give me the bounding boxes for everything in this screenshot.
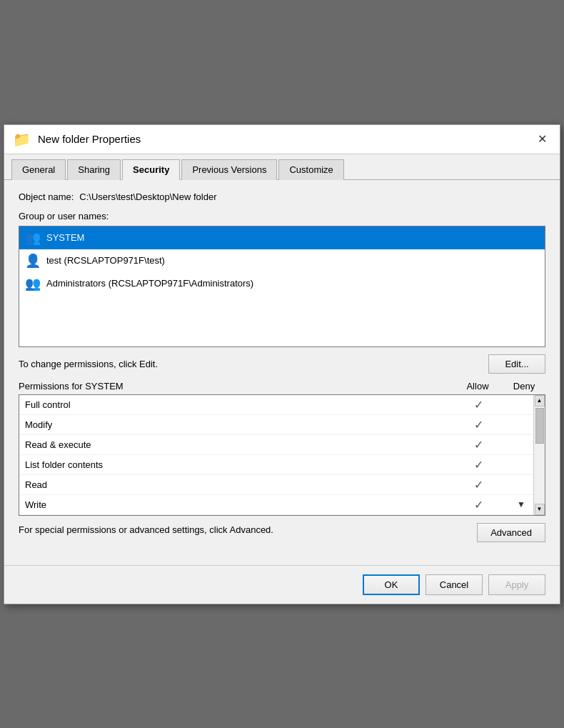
title-bar: 📁 New folder Properties ✕	[4, 125, 560, 154]
perm-name: Write	[25, 499, 453, 510]
ok-button[interactable]: OK	[363, 574, 420, 595]
scroll-down-button[interactable]: ▼	[535, 504, 545, 515]
perm-row-full-control: Full control ✓	[19, 395, 545, 415]
object-name-value: C:\Users\test\Desktop\New folder	[79, 191, 216, 202]
edit-button[interactable]: Edit...	[488, 354, 545, 374]
advanced-row: For special permissions or advanced sett…	[19, 523, 545, 542]
properties-dialog: 📁 New folder Properties ✕ General Sharin…	[4, 124, 560, 604]
list-item-label: test (RCSLAPTOP971F\test)	[46, 255, 165, 266]
scroll-thumb[interactable]	[535, 408, 544, 444]
object-name-row: Object name: C:\Users\test\Desktop\New f…	[19, 191, 545, 202]
perm-name: List folder contents	[25, 459, 453, 470]
perm-name: Read	[25, 479, 453, 490]
allow-check-modify: ✓	[453, 418, 503, 432]
list-item[interactable]: 👥 Administrators (RCSLAPTOP971F\Administ…	[19, 272, 545, 295]
tab-security[interactable]: Security	[122, 159, 180, 180]
list-item-label: Administrators (RCSLAPTOP971F\Administra…	[46, 278, 253, 289]
perm-name: Full control	[25, 399, 453, 410]
tab-customize[interactable]: Customize	[278, 159, 343, 180]
advanced-text: For special permissions or advanced sett…	[19, 523, 273, 537]
close-button[interactable]: ✕	[533, 131, 551, 147]
edit-row: To change permissions, click Edit. Edit.…	[19, 354, 545, 374]
perm-name: Read & execute	[25, 439, 453, 450]
permissions-title: Permissions for SYSTEM	[19, 381, 453, 392]
allow-column-header: Allow	[453, 381, 503, 392]
allow-check-write: ✓	[453, 498, 503, 512]
list-item[interactable]: 👤 test (RCSLAPTOP971F\test)	[19, 249, 545, 272]
footer: OK Cancel Apply	[4, 565, 560, 604]
tab-general[interactable]: General	[11, 159, 66, 180]
tab-bar: General Sharing Security Previous Versio…	[4, 154, 560, 180]
tab-previous-versions[interactable]: Previous Versions	[181, 159, 277, 180]
perm-row-write: Write ✓ ▼	[19, 495, 545, 515]
advanced-button[interactable]: Advanced	[477, 523, 545, 542]
allow-check-read: ✓	[453, 478, 503, 492]
perm-name: Modify	[25, 419, 453, 430]
group-list-box[interactable]: 👥 SYSTEM 👤 test (RCSLAPTOP971F\test) 👥 A…	[19, 226, 545, 347]
perm-row-read: Read ✓	[19, 475, 545, 495]
admins-icon: 👥	[25, 276, 41, 291]
allow-check-read-execute: ✓	[453, 438, 503, 452]
apply-button[interactable]: Apply	[488, 574, 545, 595]
content-area: Object name: C:\Users\test\Desktop\New f…	[4, 180, 560, 565]
folder-icon: 📁	[13, 131, 31, 148]
scroll-up-button[interactable]: ▲	[535, 395, 545, 407]
perm-row-modify: Modify ✓	[19, 415, 545, 435]
dialog-title: New folder Properties	[38, 133, 526, 145]
list-item[interactable]: 👥 SYSTEM	[19, 226, 545, 249]
scrollbar[interactable]: ▲ ▼	[533, 395, 545, 515]
perm-row-read-execute: Read & execute ✓	[19, 435, 545, 455]
user-icon: 👤	[25, 253, 41, 269]
permissions-table: Full control ✓ Modify ✓ Read & execute ✓…	[19, 394, 545, 516]
tab-sharing[interactable]: Sharing	[67, 159, 121, 180]
object-name-label: Object name:	[19, 191, 74, 202]
permissions-header: Permissions for SYSTEM Allow Deny	[19, 381, 545, 392]
system-icon: 👥	[25, 230, 41, 246]
group-section-label: Group or user names:	[19, 211, 545, 221]
deny-column-header: Deny	[503, 381, 545, 392]
allow-check-list-folder: ✓	[453, 458, 503, 472]
change-perms-text: To change permissions, click Edit.	[19, 359, 158, 369]
list-item-label: SYSTEM	[46, 232, 84, 243]
perm-row-list-folder: List folder contents ✓	[19, 455, 545, 475]
allow-check-full-control: ✓	[453, 398, 503, 412]
cancel-button[interactable]: Cancel	[425, 574, 483, 595]
